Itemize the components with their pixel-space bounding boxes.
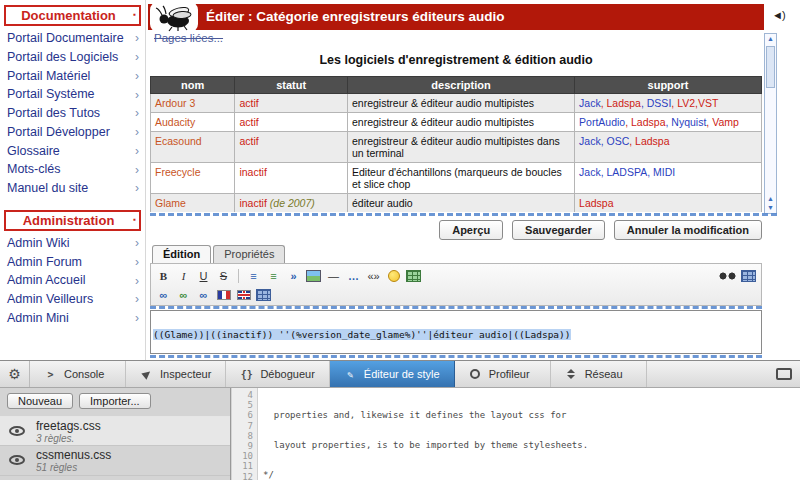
support-link[interactable]: , Ladspa [625,116,665,128]
sidebar-item-glossaire[interactable]: Glossaire› [0,142,145,161]
sidebar-item-portail-logiciels[interactable]: Portail des Logiciels› [0,48,145,67]
software-link[interactable]: Ardour 3 [155,97,195,109]
eye-visibility-icon[interactable] [9,455,25,465]
support-link[interactable]: , OSC [601,135,630,147]
article-preview: Les logiciels d'enregistrement & édition… [150,44,762,212]
support-link[interactable]: Jack [579,97,601,109]
editor-tabs: Édition Propriétés [152,245,285,263]
gear-icon: ⚙ [8,366,21,382]
status-link[interactable]: actif [239,116,258,128]
status-link[interactable]: inactif [239,197,266,209]
preview-button[interactable]: Aperçu [439,220,503,240]
sidebar-item-manuel-du-site[interactable]: Manuel du site› [0,179,145,198]
support-link[interactable]: , Vamp [706,116,738,128]
cancel-edit-button[interactable]: Annuler la modification [614,220,762,240]
col-header-statut: statut [235,77,348,94]
indent-icon[interactable]: » [285,268,302,284]
scrollbar-thumb[interactable] [766,46,775,88]
link-icon[interactable]: ∞ [155,287,172,303]
sidebar-item-admin-wiki[interactable]: Admin Wiki› [0,234,145,253]
support-link[interactable]: , MIDI [647,166,675,178]
sidebar-item-mots-cles[interactable]: Mots-clés› [0,160,145,179]
support-link[interactable]: ,VST [695,97,718,109]
eye-visibility-icon[interactable] [9,426,25,436]
sidebar-item-admin-mini[interactable]: Admin Mini› [0,309,145,328]
tab-debogueur[interactable]: {} Débogueur [226,361,329,387]
new-stylesheet-button[interactable]: Nouveau [7,393,73,409]
support-link[interactable]: , DSSI [641,97,671,109]
support-link[interactable]: , Ladspa [601,97,641,109]
status-link[interactable]: actif [239,135,258,147]
software-link[interactable]: Glame [155,197,186,209]
support-link[interactable]: , LADSPA [601,166,648,178]
devtools-options-button[interactable]: ⚙ [0,361,30,387]
grid-icon[interactable] [740,268,757,284]
linked-pages-link[interactable]: Pages liées... [154,32,223,44]
ellipsis-icon[interactable]: … [345,268,362,284]
scroll-up-icon[interactable]: ▲ [765,34,776,43]
italic-icon[interactable]: I [175,268,192,284]
responsive-mode-icon[interactable] [776,368,792,380]
bullet-list-icon[interactable]: ≡ [245,268,262,284]
import-stylesheet-button[interactable]: Importer... [79,393,151,409]
tab-console[interactable]: > Console [30,361,126,387]
support-link[interactable]: , Ladspa [629,135,669,147]
save-button[interactable]: Sauvegarder [512,220,605,240]
chevron-right-icon: › [135,70,139,82]
table-icon[interactable] [405,268,422,284]
sidebar-item-admin-forum[interactable]: Admin Forum› [0,253,145,272]
software-link[interactable]: Freecycle [155,166,201,178]
flag-fr-icon[interactable] [215,287,232,303]
support-link[interactable]: Ladspa [579,197,613,209]
external-link-icon[interactable]: ∞ [175,287,192,303]
scroll-down-icon[interactable]: ▼ [765,203,776,212]
software-link[interactable]: Ecasound [155,135,202,147]
stylesheet-item[interactable]: cssmenus.css 51 règles [0,446,230,476]
status-link[interactable]: actif [239,97,258,109]
numbered-list-icon[interactable]: ≡ [265,268,282,284]
status-link[interactable]: inactif [239,166,266,178]
blue-table-icon[interactable] [255,287,272,303]
image-icon[interactable] [305,268,322,284]
support-cell: Jack, OSC, Ladspa [575,132,762,163]
sidebar-item-portail-documentaire[interactable]: Portail Documentaire› [0,29,145,48]
sidebar-item-admin-veilleurs[interactable]: Admin Veilleurs› [0,290,145,309]
strikethrough-icon[interactable]: S [215,268,232,284]
tab-inspecteur[interactable]: Inspecteur [126,361,226,387]
smiley-icon[interactable] [385,268,402,284]
sidebar-item-portail-developper[interactable]: Portail Développer› [0,123,145,142]
wiki-source-textarea[interactable]: ((Glame))|((inactif)) ''(%version_date_g… [150,310,762,354]
tab-profileur[interactable]: Profileur [455,361,551,387]
flag-en-icon[interactable] [235,287,252,303]
search-binoculars-icon[interactable] [718,268,737,284]
stylesheet-item[interactable]: freetags.css 3 règles. [0,416,230,446]
chevron-right-icon: › [135,89,139,101]
tab-reseau[interactable]: Réseau [551,361,647,387]
support-link[interactable]: Jack [579,166,601,178]
status-note: (de 2007) [270,197,315,209]
tab-proprietes[interactable]: Propriétés [213,245,285,263]
bold-icon[interactable]: B [155,268,172,284]
support-link[interactable]: PortAudio [579,116,625,128]
preview-scrollbar[interactable]: ▲ ▲ ▼ [764,33,777,214]
unlink-icon[interactable]: ∞ [195,287,212,303]
css-source-editor[interactable]: 4 5 6 7 8 9 10 11 12 properties and, lik… [232,388,800,480]
support-link[interactable]: , LV2 [671,97,695,109]
code-line: */ [263,470,800,480]
quote-icon[interactable]: «» [365,268,382,284]
sidebar-item-portail-tutos[interactable]: Portail des Tutos› [0,104,145,123]
sidebar-item-portail-materiel[interactable]: Portail Matériel› [0,67,145,86]
support-link[interactable]: Jack [579,135,601,147]
sidebar-item-admin-accueil[interactable]: Admin Accueil› [0,271,145,290]
support-link[interactable]: , Nyquist [665,116,706,128]
software-link[interactable]: Audacity [155,116,195,128]
tab-edition[interactable]: Édition [152,245,211,263]
tab-editeur-de-style[interactable]: ✎ Éditeur de style [330,361,455,387]
scroll-up-icon[interactable]: ▲ [765,194,776,203]
sidebar-item-portail-systeme[interactable]: Portail Système› [0,85,145,104]
underline-icon[interactable]: U [195,268,212,284]
site-logo[interactable] [150,1,198,33]
chevron-right-icon: › [135,237,139,249]
hr-icon[interactable]: — [325,268,342,284]
volume-icon[interactable]: ◄) [772,9,785,21]
